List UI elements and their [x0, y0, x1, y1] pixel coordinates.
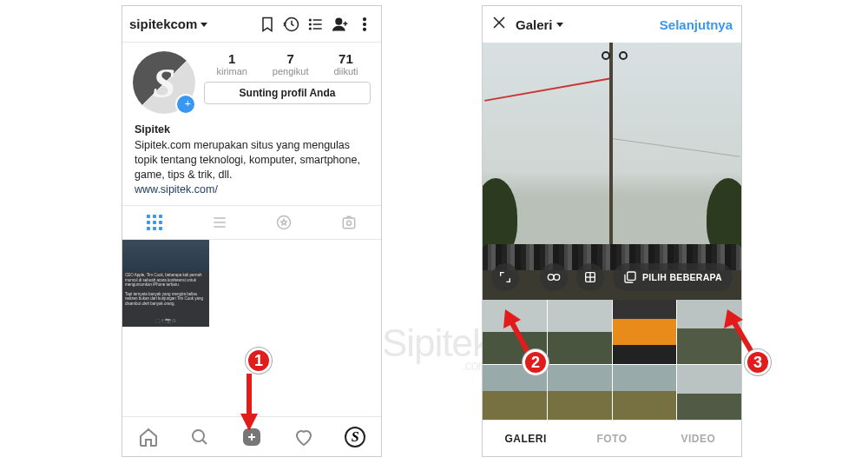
- history-icon[interactable]: [282, 15, 301, 34]
- close-button[interactable]: [491, 15, 507, 34]
- svg-point-25: [554, 275, 560, 281]
- svg-point-10: [364, 17, 366, 20]
- tab-photo[interactable]: FOTO: [569, 421, 654, 456]
- tab-video[interactable]: VIDEO: [655, 421, 741, 456]
- next-button[interactable]: Selanjutnya: [660, 17, 733, 32]
- tab-list[interactable]: [187, 206, 253, 239]
- grid-icon: [147, 215, 162, 230]
- chevron-down-icon: [201, 23, 207, 27]
- stat-followers[interactable]: 7 pengikut: [273, 51, 309, 76]
- bio: Sipitek Sipitek.com merupakan situs yang…: [122, 119, 381, 205]
- svg-point-6: [310, 28, 312, 30]
- nav-search[interactable]: [174, 417, 227, 456]
- gallery-thumb[interactable]: [548, 365, 612, 420]
- stat-following[interactable]: 71 diikuti: [333, 51, 358, 76]
- username-dropdown[interactable]: sipitekcom: [129, 17, 253, 31]
- select-multiple-button[interactable]: PILIH BEBERAPA: [613, 263, 733, 291]
- preview-controls: PILIH BEBERAPA: [483, 263, 741, 291]
- top-bar: sipitekcom: [122, 6, 381, 43]
- svg-point-24: [548, 275, 554, 281]
- profile-avatar-icon: S: [345, 427, 365, 447]
- svg-rect-29: [628, 272, 635, 280]
- nav-home[interactable]: [122, 417, 174, 456]
- watermark: Sipitek.com: [382, 321, 490, 374]
- tab-grid[interactable]: [122, 206, 187, 239]
- svg-point-16: [278, 216, 291, 229]
- svg-line-34: [733, 320, 752, 352]
- avatar[interactable]: S +: [133, 51, 195, 114]
- nav-profile[interactable]: S: [329, 417, 381, 456]
- svg-marker-31: [240, 414, 258, 431]
- more-icon[interactable]: [355, 15, 374, 34]
- svg-rect-17: [343, 218, 354, 229]
- annotation-marker-3: 3: [745, 349, 771, 375]
- bio-text: Sipitek.com merupakan situs yang mengula…: [135, 138, 369, 182]
- chevron-down-icon: [556, 23, 563, 27]
- stat-posts[interactable]: 1 kiriman: [216, 51, 247, 76]
- annotation-marker-2: 2: [523, 349, 549, 375]
- add-story-plus-icon: +: [185, 96, 191, 110]
- source-tabs: GALERI FOTO VIDEO: [483, 420, 741, 456]
- gallery-thumb[interactable]: [548, 300, 612, 364]
- svg-point-18: [346, 222, 351, 226]
- stats-row: 1 kiriman 7 pengikut 71 diikuti: [204, 51, 371, 76]
- layout-button[interactable]: [576, 263, 604, 291]
- tab-gallery[interactable]: GALERI: [483, 421, 569, 456]
- svg-point-7: [336, 18, 342, 24]
- svg-point-11: [364, 23, 366, 25]
- bio-link[interactable]: www.sipitek.com/: [135, 182, 369, 197]
- svg-point-12: [364, 28, 366, 30]
- gallery-picker-screen: Galeri Selanjutnya PILIH BEBERAPA: [482, 5, 742, 457]
- nav-activity[interactable]: [278, 417, 330, 456]
- edit-profile-button[interactable]: Sunting profil Anda: [204, 82, 371, 104]
- bookmark-icon[interactable]: [258, 15, 277, 34]
- svg-line-20: [202, 440, 207, 444]
- svg-point-4: [310, 19, 312, 21]
- list-icon[interactable]: [306, 15, 326, 34]
- boomerang-button[interactable]: [540, 263, 568, 291]
- gallery-source-dropdown[interactable]: Galeri: [516, 17, 651, 32]
- svg-line-32: [510, 320, 528, 352]
- crop-expand-button[interactable]: [491, 263, 519, 291]
- annotation-arrow-1: [236, 374, 262, 436]
- gallery-thumb[interactable]: [613, 300, 677, 364]
- annotation-marker-1: 1: [246, 348, 272, 374]
- post-thumbnail[interactable]: CEO Apple, Tim Cook, beberapa kali perna…: [122, 240, 209, 327]
- tab-tagged[interactable]: [317, 206, 382, 239]
- add-person-icon[interactable]: [331, 15, 350, 34]
- picker-top-bar: Galeri Selanjutnya: [483, 6, 741, 43]
- gallery-thumb[interactable]: [677, 365, 741, 420]
- preview-image[interactable]: PILIH BEBERAPA: [483, 43, 741, 300]
- bio-name: Sipitek: [135, 123, 369, 137]
- tab-saved[interactable]: [252, 206, 317, 239]
- svg-point-5: [310, 23, 312, 25]
- username-label: sipitekcom: [129, 17, 197, 31]
- profile-view-tabs: [122, 205, 381, 240]
- profile-header: S + 1 kiriman 7 pengikut 71 diikuti Sunt…: [122, 43, 381, 119]
- gallery-thumb[interactable]: [613, 365, 677, 420]
